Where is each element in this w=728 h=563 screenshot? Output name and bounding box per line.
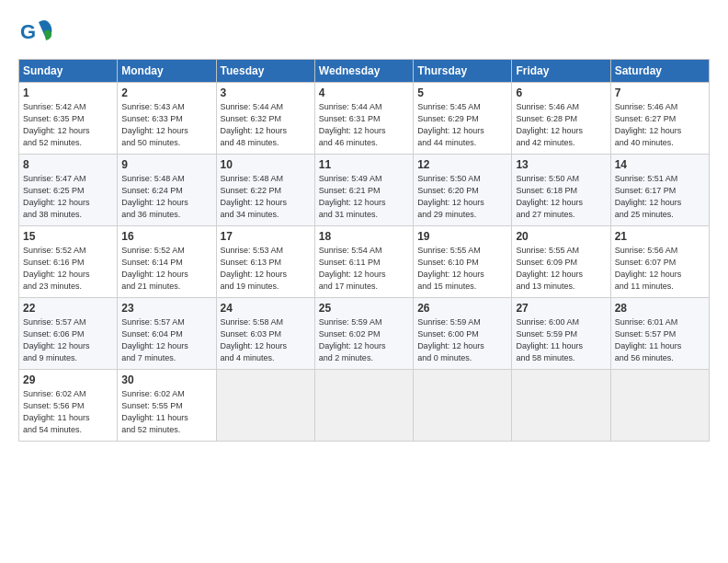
day-content: Sunrise: 5:43 AM Sunset: 6:33 PM Dayligh… xyxy=(121,101,211,149)
day-content: Sunrise: 5:53 AM Sunset: 6:13 PM Dayligh… xyxy=(221,245,311,293)
day-number: 9 xyxy=(121,158,211,171)
day-content: Sunrise: 5:50 AM Sunset: 6:20 PM Dayligh… xyxy=(417,173,507,221)
day-cell: 19Sunrise: 5:55 AM Sunset: 6:10 PM Dayli… xyxy=(414,226,512,298)
day-cell xyxy=(216,370,314,442)
day-content: Sunrise: 5:46 AM Sunset: 6:28 PM Dayligh… xyxy=(516,101,606,149)
day-number: 8 xyxy=(23,158,113,171)
col-wednesday: Wednesday xyxy=(314,60,413,83)
day-content: Sunrise: 5:42 AM Sunset: 6:35 PM Dayligh… xyxy=(23,101,113,149)
day-cell: 10Sunrise: 5:48 AM Sunset: 6:22 PM Dayli… xyxy=(216,155,314,226)
day-cell: 8Sunrise: 5:47 AM Sunset: 6:25 PM Daylig… xyxy=(19,155,118,226)
day-content: Sunrise: 5:57 AM Sunset: 6:06 PM Dayligh… xyxy=(23,316,113,364)
col-saturday: Saturday xyxy=(610,60,709,83)
week-row-2: 8Sunrise: 5:47 AM Sunset: 6:25 PM Daylig… xyxy=(19,155,710,226)
day-number: 16 xyxy=(121,230,211,243)
day-cell xyxy=(314,370,413,442)
day-cell: 26Sunrise: 5:59 AM Sunset: 6:00 PM Dayli… xyxy=(414,298,512,370)
day-cell: 5Sunrise: 5:45 AM Sunset: 6:29 PM Daylig… xyxy=(414,83,512,155)
day-cell: 20Sunrise: 5:55 AM Sunset: 6:09 PM Dayli… xyxy=(512,226,610,298)
day-cell xyxy=(610,370,709,442)
day-number: 2 xyxy=(121,86,211,99)
col-friday: Friday xyxy=(512,60,610,83)
day-number: 10 xyxy=(221,158,311,171)
day-number: 11 xyxy=(319,158,409,171)
day-number: 20 xyxy=(516,230,606,243)
day-cell: 16Sunrise: 5:52 AM Sunset: 6:14 PM Dayli… xyxy=(118,226,216,298)
day-number: 15 xyxy=(23,230,113,243)
day-cell: 6Sunrise: 5:46 AM Sunset: 6:28 PM Daylig… xyxy=(512,83,610,155)
day-cell: 18Sunrise: 5:54 AM Sunset: 6:11 PM Dayli… xyxy=(314,226,413,298)
col-thursday: Thursday xyxy=(414,60,512,83)
week-row-1: 1Sunrise: 5:42 AM Sunset: 6:35 PM Daylig… xyxy=(19,83,710,155)
day-content: Sunrise: 5:59 AM Sunset: 6:02 PM Dayligh… xyxy=(319,316,409,364)
day-cell: 13Sunrise: 5:50 AM Sunset: 6:18 PM Dayli… xyxy=(512,155,610,226)
day-content: Sunrise: 5:48 AM Sunset: 6:24 PM Dayligh… xyxy=(121,173,211,221)
header-row: Sunday Monday Tuesday Wednesday Thursday… xyxy=(19,60,710,83)
day-cell: 1Sunrise: 5:42 AM Sunset: 6:35 PM Daylig… xyxy=(19,83,118,155)
day-number: 7 xyxy=(615,86,705,99)
day-content: Sunrise: 5:59 AM Sunset: 6:00 PM Dayligh… xyxy=(417,316,507,364)
day-content: Sunrise: 5:45 AM Sunset: 6:29 PM Dayligh… xyxy=(417,101,507,149)
day-content: Sunrise: 5:58 AM Sunset: 6:03 PM Dayligh… xyxy=(221,316,311,364)
week-row-3: 15Sunrise: 5:52 AM Sunset: 6:16 PM Dayli… xyxy=(19,226,710,298)
day-cell: 3Sunrise: 5:44 AM Sunset: 6:32 PM Daylig… xyxy=(216,83,314,155)
day-content: Sunrise: 6:02 AM Sunset: 5:55 PM Dayligh… xyxy=(121,388,211,436)
day-number: 26 xyxy=(417,302,507,315)
day-cell: 2Sunrise: 5:43 AM Sunset: 6:33 PM Daylig… xyxy=(118,83,216,155)
day-content: Sunrise: 5:44 AM Sunset: 6:31 PM Dayligh… xyxy=(319,101,409,149)
svg-text:G: G xyxy=(20,20,36,43)
week-row-4: 22Sunrise: 5:57 AM Sunset: 6:06 PM Dayli… xyxy=(19,298,710,370)
day-cell: 27Sunrise: 6:00 AM Sunset: 5:59 PM Dayli… xyxy=(512,298,610,370)
day-number: 5 xyxy=(417,86,507,99)
day-content: Sunrise: 5:52 AM Sunset: 6:14 PM Dayligh… xyxy=(121,245,211,293)
col-monday: Monday xyxy=(118,60,216,83)
day-content: Sunrise: 5:50 AM Sunset: 6:18 PM Dayligh… xyxy=(516,173,606,221)
day-content: Sunrise: 6:00 AM Sunset: 5:59 PM Dayligh… xyxy=(516,316,606,364)
day-content: Sunrise: 5:48 AM Sunset: 6:22 PM Dayligh… xyxy=(221,173,311,221)
day-number: 12 xyxy=(417,158,507,171)
day-content: Sunrise: 5:49 AM Sunset: 6:21 PM Dayligh… xyxy=(319,173,409,221)
calendar-body: 1Sunrise: 5:42 AM Sunset: 6:35 PM Daylig… xyxy=(19,83,710,442)
day-number: 1 xyxy=(23,86,113,99)
col-sunday: Sunday xyxy=(19,60,118,83)
day-cell xyxy=(414,370,512,442)
calendar-table: Sunday Monday Tuesday Wednesday Thursday… xyxy=(18,59,710,442)
day-content: Sunrise: 5:44 AM Sunset: 6:32 PM Dayligh… xyxy=(221,101,311,149)
day-cell: 4Sunrise: 5:44 AM Sunset: 6:31 PM Daylig… xyxy=(314,83,413,155)
day-number: 29 xyxy=(23,373,113,386)
day-content: Sunrise: 5:47 AM Sunset: 6:25 PM Dayligh… xyxy=(23,173,113,221)
day-content: Sunrise: 6:01 AM Sunset: 5:57 PM Dayligh… xyxy=(615,316,705,364)
day-cell: 24Sunrise: 5:58 AM Sunset: 6:03 PM Dayli… xyxy=(216,298,314,370)
day-content: Sunrise: 5:55 AM Sunset: 6:09 PM Dayligh… xyxy=(516,245,606,293)
day-number: 27 xyxy=(516,302,606,315)
day-number: 19 xyxy=(417,230,507,243)
day-number: 4 xyxy=(319,86,409,99)
day-cell: 22Sunrise: 5:57 AM Sunset: 6:06 PM Dayli… xyxy=(19,298,118,370)
day-content: Sunrise: 5:57 AM Sunset: 6:04 PM Dayligh… xyxy=(121,316,211,364)
day-cell: 28Sunrise: 6:01 AM Sunset: 5:57 PM Dayli… xyxy=(610,298,709,370)
day-cell: 30Sunrise: 6:02 AM Sunset: 5:55 PM Dayli… xyxy=(118,370,216,442)
day-number: 28 xyxy=(615,302,705,315)
day-content: Sunrise: 6:02 AM Sunset: 5:56 PM Dayligh… xyxy=(23,388,113,436)
day-number: 18 xyxy=(319,230,409,243)
day-cell xyxy=(512,370,610,442)
day-number: 22 xyxy=(23,302,113,315)
day-number: 17 xyxy=(221,230,311,243)
day-cell: 11Sunrise: 5:49 AM Sunset: 6:21 PM Dayli… xyxy=(314,155,413,226)
day-cell: 17Sunrise: 5:53 AM Sunset: 6:13 PM Dayli… xyxy=(216,226,314,298)
day-number: 14 xyxy=(615,158,705,171)
day-cell: 9Sunrise: 5:48 AM Sunset: 6:24 PM Daylig… xyxy=(118,155,216,226)
day-cell: 23Sunrise: 5:57 AM Sunset: 6:04 PM Dayli… xyxy=(118,298,216,370)
day-number: 25 xyxy=(319,302,409,315)
day-content: Sunrise: 5:46 AM Sunset: 6:27 PM Dayligh… xyxy=(615,101,705,149)
week-row-5: 29Sunrise: 6:02 AM Sunset: 5:56 PM Dayli… xyxy=(19,370,710,442)
header: G xyxy=(18,15,710,50)
day-cell: 21Sunrise: 5:56 AM Sunset: 6:07 PM Dayli… xyxy=(610,226,709,298)
logo-icon: G xyxy=(18,15,53,50)
day-content: Sunrise: 5:52 AM Sunset: 6:16 PM Dayligh… xyxy=(23,245,113,293)
day-content: Sunrise: 5:51 AM Sunset: 6:17 PM Dayligh… xyxy=(615,173,705,221)
day-cell: 29Sunrise: 6:02 AM Sunset: 5:56 PM Dayli… xyxy=(19,370,118,442)
page-container: G Sunday M xyxy=(0,0,728,451)
day-content: Sunrise: 5:56 AM Sunset: 6:07 PM Dayligh… xyxy=(615,245,705,293)
day-content: Sunrise: 5:54 AM Sunset: 6:11 PM Dayligh… xyxy=(319,245,409,293)
